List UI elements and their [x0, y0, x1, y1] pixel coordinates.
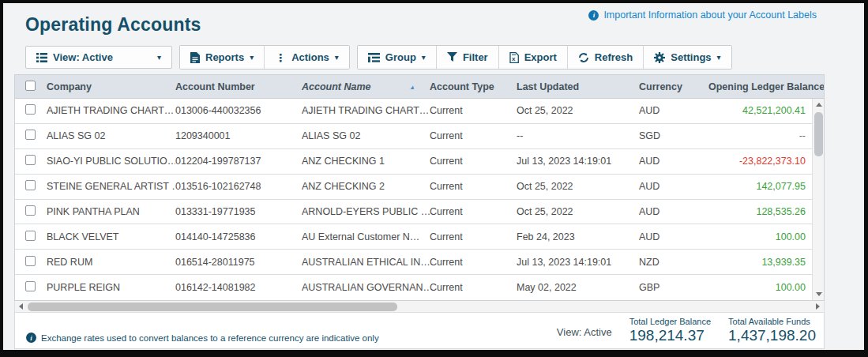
reports-button[interactable]: Reports ▾	[180, 46, 265, 69]
opening-ledger-balance-cell: -23,822,373.10	[708, 156, 812, 167]
group-button[interactable]: Group ▾	[358, 46, 437, 69]
group-rows-icon	[368, 53, 380, 62]
reports-actions-group: Reports ▾ ⋮ Actions ▾	[179, 45, 350, 70]
column-header-opening-ledger-balance[interactable]: Opening Ledger Balance	[708, 81, 824, 92]
account-name-cell: ALIAS SG 02	[302, 130, 430, 141]
table-row[interactable]: ALIAS SG 02 1209340001 ALIAS SG 02 Curre…	[15, 124, 812, 149]
account-name-cell: AJIETH TRADING CHART…	[302, 105, 430, 116]
account-labels-link-label: Important Information about your Account…	[603, 9, 817, 21]
exchange-rates-note-label: Exchange rates used to convert balances …	[41, 333, 379, 343]
triangle-down-icon	[816, 292, 822, 296]
account-number-cell: 012204-199787137	[175, 156, 302, 167]
last-updated-cell: Jul 13, 2023 14:19:01	[517, 156, 639, 167]
row-select-cell	[15, 155, 47, 167]
row-select-cell	[15, 281, 47, 294]
account-number-cell: 013006-440032356	[175, 105, 302, 116]
chevron-down-icon: ▾	[335, 53, 339, 62]
table-row[interactable]: PINK PANTHA PLAN 013331-19771935 ARNOLD-…	[15, 200, 812, 225]
column-header-account-number[interactable]: Account Number	[175, 81, 302, 92]
opening-ledger-balance-cell: 13,939.35	[708, 257, 812, 268]
table-row[interactable]: AJIETH TRADING CHART… 013006-440032356 A…	[15, 99, 812, 124]
settings-button[interactable]: Settings ▾	[644, 46, 731, 69]
column-header-account-name[interactable]: Account Name ▴	[302, 81, 430, 92]
row-checkbox[interactable]	[25, 256, 36, 266]
filter-button[interactable]: Filter	[437, 46, 499, 69]
row-select-cell	[15, 180, 47, 193]
account-number-cell: 016514-28011975	[175, 257, 302, 268]
triangle-right-icon	[816, 303, 820, 310]
actions-button[interactable]: ⋮ Actions ▾	[265, 46, 349, 69]
refresh-button[interactable]: Refresh	[568, 46, 644, 69]
company-cell: RED RUM	[47, 257, 175, 268]
view-dropdown[interactable]: View: Active ▾	[25, 46, 172, 69]
company-cell: ALIAS SG 02	[47, 130, 175, 141]
last-updated-cell: Feb 24, 2023	[517, 231, 639, 242]
horizontal-scrollbar[interactable]	[14, 301, 825, 313]
account-number-cell: 014140-14725836	[175, 231, 302, 242]
row-checkbox[interactable]	[25, 205, 36, 216]
table-row[interactable]: RED RUM 016514-28011975 AUSTRALIAN ETHIC…	[15, 250, 812, 275]
scroll-down-button[interactable]	[813, 288, 825, 300]
row-checkbox[interactable]	[25, 180, 36, 190]
column-header-currency[interactable]: Currency	[639, 81, 708, 92]
toolbar: View: Active ▾ Reports ▾ ⋮ Actions ▾	[25, 45, 832, 70]
table-row[interactable]: STEINE GENERAL ARTIST … 013516-102162748…	[15, 175, 812, 200]
account-type-cell: Current	[430, 156, 517, 167]
account-number-cell: 1209340001	[175, 130, 302, 141]
company-cell: SIAO-YI PUBLIC SOLUTIO…	[47, 156, 175, 167]
select-all-checkbox[interactable]	[25, 81, 36, 91]
column-header-account-name-label: Account Name	[302, 81, 371, 92]
row-select-cell	[15, 130, 47, 142]
group-button-label: Group	[385, 51, 416, 63]
company-cell: PINK PANTHA PLAN	[47, 206, 175, 217]
table-row[interactable]: BLACK VELVET 014140-14725836 AU External…	[15, 224, 812, 250]
info-icon: i	[26, 333, 36, 343]
chevron-down-icon: ▾	[157, 53, 161, 62]
scroll-left-button[interactable]	[15, 301, 27, 313]
table-row[interactable]: SIAO-YI PUBLIC SOLUTIO… 012204-199787137…	[15, 149, 812, 175]
row-checkbox[interactable]	[25, 155, 36, 165]
table-body: AJIETH TRADING CHART… 013006-440032356 A…	[15, 99, 812, 300]
account-name-cell: ANZ CHECKING 1	[302, 156, 430, 167]
currency-cell: AUD	[639, 105, 708, 116]
gear-icon	[654, 52, 665, 63]
row-checkbox[interactable]	[25, 130, 36, 140]
opening-ledger-balance-cell: 42,521,200.41	[708, 105, 812, 116]
account-labels-link[interactable]: i Important Information about your Accou…	[588, 9, 817, 21]
opening-ledger-balance-cell: 100.00	[708, 231, 812, 242]
total-available-funds-label: Total Available Funds	[728, 317, 816, 326]
filter-button-label: Filter	[463, 51, 488, 63]
footer-bar: i Exchange rates used to convert balance…	[14, 313, 825, 349]
opening-ledger-balance-cell: 128,535.26	[708, 206, 812, 217]
column-header-account-type[interactable]: Account Type	[430, 81, 517, 92]
actions-button-label: Actions	[291, 51, 329, 63]
chevron-down-icon: ▾	[717, 53, 721, 62]
company-cell: BLACK VELVET	[47, 231, 175, 242]
horizontal-scrollbar-thumb[interactable]	[28, 303, 397, 311]
column-header-last-updated[interactable]: Last Updated	[517, 81, 639, 92]
excel-export-icon: x	[509, 52, 519, 63]
last-updated-cell: Oct 25, 2022	[517, 206, 639, 217]
triangle-up-icon	[816, 103, 822, 107]
export-button-label: Export	[524, 51, 557, 63]
row-select-cell	[15, 104, 47, 117]
column-header-company[interactable]: Company	[47, 81, 175, 92]
opening-ledger-balance-cell: 100.00	[708, 282, 812, 293]
scroll-right-button[interactable]	[812, 301, 824, 313]
table-tools-group: Group ▾ Filter x Export	[357, 45, 732, 70]
export-button[interactable]: x Export	[499, 46, 568, 69]
accounts-table: Company Account Number Account Name ▴ Ac…	[14, 74, 825, 301]
company-cell: STEINE GENERAL ARTIST …	[47, 181, 175, 192]
vertical-scrollbar-thumb[interactable]	[814, 112, 823, 156]
table-row[interactable]: PURPLE REIGN 016142-14081982 AUSTRALIAN …	[15, 275, 812, 300]
chevron-down-icon: ▾	[422, 53, 426, 62]
row-checkbox[interactable]	[25, 281, 36, 291]
last-updated-cell: Jul 13, 2023 14:19:01	[517, 257, 639, 268]
info-icon: i	[588, 10, 599, 21]
company-cell: PURPLE REIGN	[47, 282, 175, 293]
account-type-cell: Current	[430, 257, 517, 268]
row-checkbox[interactable]	[25, 231, 36, 241]
scroll-up-button[interactable]	[813, 99, 825, 111]
vertical-scrollbar[interactable]	[812, 99, 824, 300]
row-checkbox[interactable]	[25, 104, 36, 115]
